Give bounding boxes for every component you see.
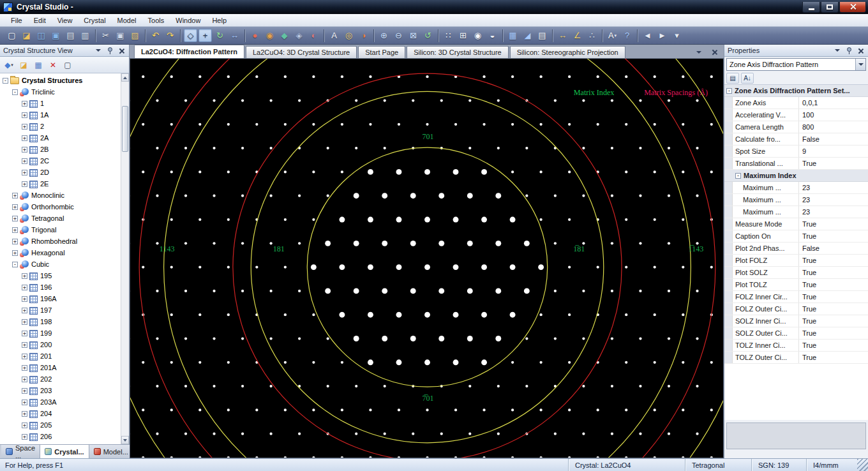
tree-item-2b[interactable]: +2B <box>0 144 121 155</box>
property-value[interactable]: 23 <box>799 206 868 218</box>
tree-item-crystal-structures[interactable]: -Crystal Structures <box>0 75 121 86</box>
property-value[interactable]: True <box>799 255 868 266</box>
expand-icon[interactable]: + <box>22 388 27 394</box>
property-value[interactable]: True <box>799 279 868 290</box>
expand-icon[interactable]: + <box>22 400 27 405</box>
tree-item-2a[interactable]: +2A <box>0 132 121 144</box>
data-table-button[interactable]: ▦ <box>506 29 520 42</box>
chart-view-button[interactable]: ◢ <box>521 29 534 42</box>
property-row-tolz-inner-ci[interactable]: TOLZ Inner Ci...True <box>724 340 868 352</box>
tree-item-202[interactable]: +202 <box>0 373 121 385</box>
tree-item-195[interactable]: +195 <box>0 270 121 281</box>
next-view-button[interactable]: ► <box>655 29 669 42</box>
panel-tab-crystal[interactable]: Crystal... <box>40 445 89 458</box>
zoom-out-button[interactable]: ⊖ <box>392 29 405 42</box>
property-value[interactable]: True <box>799 303 868 315</box>
expand-icon[interactable]: + <box>12 193 18 198</box>
show-axes-button[interactable]: ∴ <box>585 29 599 42</box>
expand-icon[interactable]: + <box>22 124 27 130</box>
refresh-view-button[interactable]: ↺ <box>421 29 435 42</box>
tree-item-1[interactable]: +1 <box>0 98 121 109</box>
print-button[interactable]: ▤ <box>64 29 77 42</box>
expand-icon[interactable]: + <box>22 181 27 187</box>
property-row-accelerating-v[interactable]: Accelerating V...100 <box>724 109 868 121</box>
expand-icon[interactable]: + <box>22 422 27 428</box>
tree-item-204[interactable]: +204 <box>0 408 121 419</box>
delete-structure-button[interactable]: ✕ <box>47 59 59 71</box>
collapse-icon[interactable]: - <box>726 88 732 94</box>
tree-item-206[interactable]: +206 <box>0 431 121 442</box>
property-row-folz-inner-cir[interactable]: FOLZ Inner Cir...True <box>724 291 868 303</box>
property-row-zone-axis[interactable]: Zone Axis0,0,1 <box>724 97 868 109</box>
text-report-button[interactable]: ▤ <box>535 29 549 42</box>
open-file-button[interactable]: ◪ <box>20 29 33 42</box>
object-selector-combobox[interactable]: Zone Axis Diffraction Pattern <box>726 58 866 71</box>
tree-item-2c[interactable]: +2C <box>0 155 121 167</box>
tree-item-203a[interactable]: +203A <box>0 396 121 408</box>
property-row-plot-tolz[interactable]: Plot TOLZTrue <box>724 279 868 291</box>
paste-button[interactable]: ▨ <box>128 29 142 42</box>
menu-tools[interactable]: Tools <box>142 15 170 26</box>
expand-icon[interactable]: + <box>22 112 27 118</box>
tree-item-triclinic[interactable]: -Triclinic <box>0 86 121 98</box>
tree-item-trigonal[interactable]: +Trigonal <box>0 224 121 236</box>
auto-hide-pin-button[interactable] <box>844 47 853 55</box>
powder-diffraction-button[interactable]: ◒ <box>486 29 499 42</box>
property-value[interactable]: 9 <box>799 146 868 157</box>
reciprocal-lattice-button[interactable]: ⊞ <box>456 29 470 42</box>
panel-tab-model[interactable]: Model... <box>89 445 133 458</box>
panel-close-button[interactable] <box>856 47 865 55</box>
wireframe-model-button[interactable]: ◈ <box>292 29 306 42</box>
fit-view-button[interactable]: ⊠ <box>407 29 420 42</box>
property-row-translational[interactable]: Translational ...True <box>724 158 868 170</box>
property-value[interactable]: 800 <box>799 121 868 133</box>
tree-item-2d[interactable]: +2D <box>0 167 121 178</box>
expand-icon[interactable]: + <box>22 377 27 382</box>
panel-menu-button[interactable] <box>94 47 103 55</box>
ball-model-button[interactable]: ● <box>248 29 262 42</box>
insert-text-button[interactable]: A▾ <box>606 29 619 42</box>
property-row-camera-length[interactable]: Camera Length800 <box>724 121 868 133</box>
structure-style-button[interactable]: ◆▾ <box>3 59 15 71</box>
document-tab-la2cuo4-diffraction-pattern[interactable]: La2CuO4: Diffraction Pattern <box>134 45 244 58</box>
property-row-solz-outer-ci[interactable]: SOLZ Outer Ci...True <box>724 327 868 340</box>
property-row-plot-2nd-phas[interactable]: Plot 2nd Phas...False <box>724 243 868 255</box>
new-document-button[interactable]: ▢ <box>5 29 19 42</box>
expand-icon[interactable]: + <box>22 411 27 417</box>
expand-icon[interactable]: + <box>22 434 27 440</box>
copy-button[interactable]: ▣ <box>114 29 127 42</box>
expand-icon[interactable]: + <box>22 308 27 313</box>
print-preview-button[interactable]: ▥ <box>79 29 92 42</box>
tree-item-198[interactable]: +198 <box>0 316 121 327</box>
tree-item-1a[interactable]: +1A <box>0 109 121 121</box>
property-category-zone-axis-diffraction-pattern-set[interactable]: -Zone Axis Diffraction Pattern Set... <box>724 85 868 97</box>
expand-icon[interactable]: + <box>22 365 27 371</box>
rotate-view-button[interactable]: ↻ <box>213 29 227 42</box>
property-value[interactable]: False <box>799 243 868 254</box>
property-row-maximum[interactable]: Maximum ...23 <box>724 194 868 206</box>
menu-crystal[interactable]: Crystal <box>78 15 111 26</box>
panel-menu-button[interactable] <box>833 47 842 55</box>
property-value[interactable]: True <box>799 327 868 339</box>
property-value[interactable]: True <box>799 315 868 327</box>
expand-icon[interactable]: + <box>12 216 18 221</box>
scrollbar-thumb[interactable] <box>122 106 128 152</box>
expand-icon[interactable]: + <box>22 101 27 107</box>
property-row-maximum[interactable]: Maximum ...23 <box>724 206 868 218</box>
select-tool-button[interactable]: ◇ <box>184 29 197 42</box>
measure-angle-button[interactable]: ∠ <box>571 29 584 42</box>
zoom-in-button[interactable]: ⊕ <box>377 29 391 42</box>
scrollbar-track[interactable] <box>121 82 129 436</box>
tree-scrollbar[interactable] <box>121 73 129 444</box>
previous-view-button[interactable]: ◄ <box>641 29 654 42</box>
property-value[interactable]: True <box>799 340 868 351</box>
open-structure-button[interactable]: ◪ <box>17 59 30 71</box>
tree-item-rhombohedral[interactable]: +Rhombohedral <box>0 236 121 247</box>
tree-item-monoclinic[interactable]: +Monoclinic <box>0 190 121 201</box>
expand-icon[interactable]: + <box>22 135 27 141</box>
expand-icon[interactable]: + <box>22 331 27 336</box>
property-row-measure-mode[interactable]: Measure ModeTrue <box>724 218 868 230</box>
property-row-calculate-fro[interactable]: Calculate fro...False <box>724 133 868 146</box>
collapse-icon[interactable]: - <box>735 173 741 179</box>
new-structure-button[interactable]: ▢ <box>61 59 74 71</box>
